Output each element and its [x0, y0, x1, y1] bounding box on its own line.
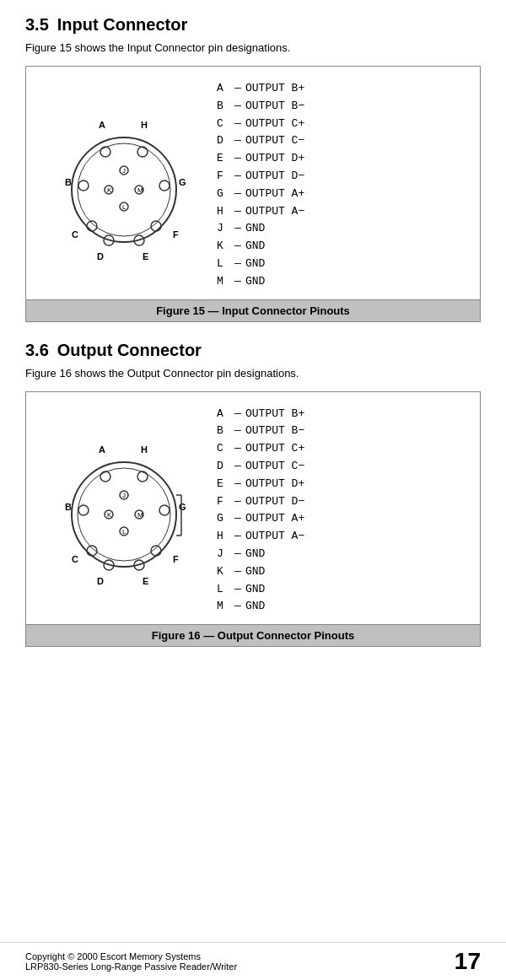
- pin-label: K: [217, 563, 230, 581]
- pin-row: B—OUTPUT B−: [217, 423, 471, 440]
- pin-label: E: [217, 476, 230, 493]
- pin-dash: —: [230, 80, 245, 98]
- pin-row: F—OUTPUT D−: [217, 493, 471, 511]
- svg-point-10: [100, 147, 110, 157]
- pin-label: H: [217, 203, 230, 221]
- pin-label: A: [217, 80, 230, 98]
- pin-row: F—OUTPUT D−: [217, 168, 471, 186]
- pin-dash: —: [230, 598, 245, 616]
- svg-point-1: [78, 143, 170, 236]
- svg-point-37: [137, 471, 148, 482]
- pin-desc: OUTPUT B+: [245, 80, 304, 98]
- pin-dash: —: [230, 220, 245, 238]
- pin-desc: OUTPUT A−: [245, 203, 304, 221]
- figure-16-pin-table: A—OUTPUT B+B—OUTPUT B−C—OUTPUT C+D—OUTPU…: [208, 406, 471, 617]
- svg-text:K: K: [107, 511, 112, 519]
- pin-desc: OUTPUT C−: [245, 132, 304, 150]
- pin-row: H—OUTPUT A−: [217, 528, 471, 546]
- svg-text:M: M: [137, 186, 143, 194]
- page-number: 17: [455, 948, 481, 975]
- pin-dash: —: [230, 132, 245, 150]
- pin-label: L: [217, 581, 230, 599]
- svg-text:L: L: [122, 528, 126, 536]
- pin-desc: OUTPUT D+: [245, 150, 304, 168]
- svg-text:H: H: [141, 444, 148, 455]
- pin-row: C—OUTPUT C+: [217, 440, 471, 458]
- footer-copyright: Copyright © 2000 Escort Memory Systems: [25, 951, 237, 961]
- pin-dash: —: [230, 423, 245, 440]
- pin-desc: OUTPUT B+: [245, 406, 304, 423]
- pin-desc: GND: [245, 220, 265, 238]
- section-36-description: Figure 16 shows the Output Connector pin…: [25, 367, 481, 380]
- pin-label: D: [217, 458, 230, 476]
- pin-dash: —: [230, 458, 245, 476]
- section-36-title: Output Connector: [57, 341, 202, 360]
- pin-label: K: [217, 238, 230, 256]
- pin-dash: —: [230, 563, 245, 581]
- page-footer: Copyright © 2000 Escort Memory Systems L…: [0, 942, 506, 980]
- svg-text:D: D: [97, 251, 104, 261]
- pin-label: G: [217, 510, 230, 528]
- figure-15-box: A H B G C F D E: [25, 66, 481, 322]
- pin-row: D—OUTPUT C−: [217, 132, 471, 150]
- pin-label: F: [217, 493, 230, 511]
- svg-text:D: D: [97, 576, 104, 586]
- svg-text:G: G: [179, 502, 186, 512]
- pin-dash: —: [230, 546, 245, 563]
- section-35-title: Input Connector: [57, 15, 187, 35]
- svg-point-27: [78, 468, 170, 561]
- svg-text:L: L: [122, 203, 126, 211]
- svg-text:E: E: [143, 251, 148, 261]
- pin-dash: —: [230, 98, 245, 116]
- pin-desc: GND: [245, 256, 265, 273]
- footer-left: Copyright © 2000 Escort Memory Systems L…: [25, 951, 237, 972]
- pin-dash: —: [230, 186, 245, 203]
- pin-dash: —: [230, 168, 245, 186]
- pin-dash: —: [230, 116, 245, 133]
- pin-desc: OUTPUT C−: [245, 458, 304, 476]
- pin-dash: —: [230, 528, 245, 546]
- figure-16-svg: A H B G C F D E: [48, 426, 200, 595]
- section-35-heading: 3.5 Input Connector: [25, 15, 481, 35]
- svg-point-39: [159, 505, 170, 515]
- pin-label: M: [217, 598, 230, 616]
- svg-text:F: F: [173, 554, 179, 564]
- pin-desc: OUTPUT A+: [245, 510, 304, 528]
- pin-row: M—GND: [217, 273, 471, 291]
- svg-text:M: M: [137, 511, 143, 519]
- svg-text:B: B: [65, 177, 72, 187]
- pin-desc: GND: [245, 546, 265, 563]
- pin-desc: GND: [245, 598, 265, 616]
- pin-row: H—OUTPUT A−: [217, 203, 471, 221]
- pin-dash: —: [230, 510, 245, 528]
- pin-desc: OUTPUT A+: [245, 186, 304, 203]
- figure-15-inner: A H B G C F D E: [26, 67, 480, 299]
- pin-label: D: [217, 132, 230, 150]
- pin-label: C: [217, 440, 230, 458]
- pin-row: G—OUTPUT A+: [217, 186, 471, 203]
- pin-row: G—OUTPUT A+: [217, 510, 471, 528]
- pin-label: J: [217, 220, 230, 238]
- pin-label: J: [217, 546, 230, 563]
- pin-dash: —: [230, 476, 245, 493]
- pin-desc: OUTPUT C+: [245, 440, 304, 458]
- pin-dash: —: [230, 203, 245, 221]
- figure-15-pin-table: A—OUTPUT B+B—OUTPUT B−C—OUTPUT C+D—OUTPU…: [208, 80, 471, 291]
- pin-desc: OUTPUT B−: [245, 423, 304, 440]
- figure-16-caption: Figure 16 — Output Connector Pinouts: [26, 624, 480, 646]
- section-35-description: Figure 15 shows the Input Connector pin …: [25, 41, 481, 54]
- pin-dash: —: [230, 440, 245, 458]
- svg-text:G: G: [179, 177, 186, 187]
- svg-text:F: F: [173, 229, 179, 240]
- pin-row: E—OUTPUT D+: [217, 150, 471, 168]
- pin-label: C: [217, 116, 230, 133]
- page-content: 3.5 Input Connector Figure 15 shows the …: [0, 0, 506, 716]
- pin-label: M: [217, 273, 230, 291]
- pin-dash: —: [230, 256, 245, 273]
- svg-point-11: [137, 147, 148, 157]
- pin-row: E—OUTPUT D+: [217, 476, 471, 493]
- pin-desc: OUTPUT A−: [245, 528, 304, 546]
- pin-row: L—GND: [217, 581, 471, 599]
- pin-label: F: [217, 168, 230, 186]
- svg-text:J: J: [122, 167, 126, 175]
